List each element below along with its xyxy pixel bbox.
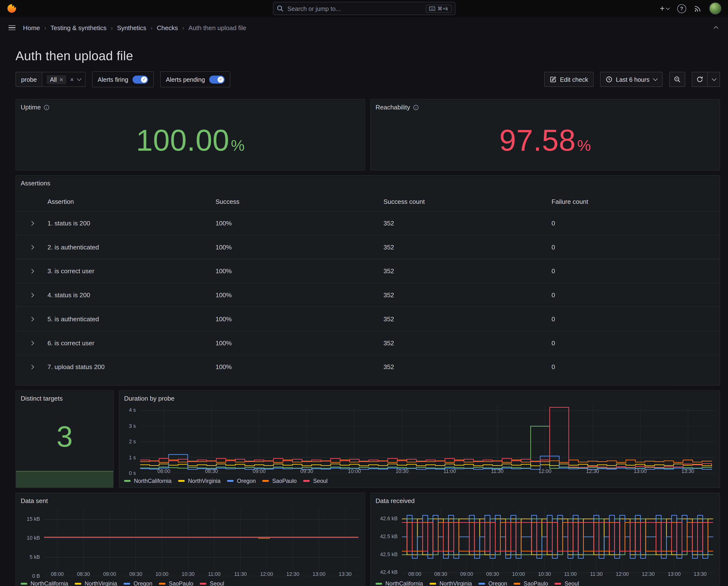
expand-row-icon[interactable]: [29, 341, 34, 345]
zoom-out-button[interactable]: [669, 72, 685, 87]
legend-item-Seoul[interactable]: Seoul: [200, 580, 224, 586]
breadcrumb-synthetics[interactable]: Synthetics: [117, 24, 146, 31]
panel-title-label: Distinct targets: [21, 395, 62, 402]
plot-area[interactable]: [44, 508, 360, 570]
plot-area[interactable]: [402, 508, 715, 570]
col-failure-count: Failure count: [551, 198, 720, 205]
probe-filter-chip: All ×: [47, 75, 66, 84]
legend-item-Oregon[interactable]: Oregon: [124, 580, 152, 586]
panel-title-duration[interactable]: Duration by probe: [120, 391, 720, 402]
grafana-logo[interactable]: [6, 3, 17, 14]
expand-row-icon[interactable]: [29, 317, 34, 321]
refresh-interval-dropdown[interactable]: [708, 72, 720, 87]
chart-area: 0 B5 kB10 kB15 kB: [21, 508, 360, 570]
new-menu-button[interactable]: +: [660, 4, 669, 12]
table-row[interactable]: 1. status is 200 100% 352 0: [16, 211, 720, 235]
legend-item-Seoul[interactable]: Seoul: [303, 478, 328, 484]
chart-area: 0 s1 s2 s3 s4 s: [124, 406, 715, 467]
refresh-button[interactable]: [692, 72, 708, 87]
legend-item-Seoul[interactable]: Seoul: [555, 580, 579, 586]
collapse-header-button[interactable]: [714, 25, 721, 30]
legend-item-NorthVirginia[interactable]: NorthVirginia: [178, 478, 221, 484]
panel-title-data-received[interactable]: Data received: [371, 493, 720, 504]
info-icon[interactable]: [413, 105, 419, 110]
breadcrumb-testing-synthetics[interactable]: Testing & synthetics: [51, 24, 107, 31]
legend-item-Oregon[interactable]: Oregon: [479, 580, 507, 586]
plot-area[interactable]: [140, 406, 715, 467]
panel-title-assertions[interactable]: Assertions: [16, 176, 720, 187]
breadcrumb-checks[interactable]: Checks: [157, 24, 178, 31]
x-tick-label: 10:00: [155, 571, 168, 577]
data-sent-chart[interactable]: 0 B5 kB10 kB15 kB 08:0008:3009:0009:3010…: [16, 504, 365, 586]
x-tick-label: 09:30: [486, 571, 499, 577]
assertions-table-header: Assertion Success Success count Failure …: [16, 187, 720, 211]
time-range-picker[interactable]: Last 6 hours: [600, 72, 663, 87]
legend-label: NorthCalifornia: [31, 580, 68, 586]
help-button[interactable]: ?: [677, 4, 686, 13]
x-tick-label: 13:30: [681, 468, 694, 474]
expand-row-icon[interactable]: [29, 245, 34, 249]
user-avatar[interactable]: [709, 2, 722, 15]
table-row[interactable]: 5. is authenticated 100% 352 0: [16, 307, 720, 331]
x-tick-label: 11:00: [208, 571, 221, 577]
duration-by-probe-chart[interactable]: 0 s1 s2 s3 s4 s 08:0008:3009:0009:3010:0…: [120, 402, 720, 486]
data-received-chart[interactable]: 42.4 kB42.5 kB42.5 kB42.6 kB 08:0008:300…: [371, 504, 720, 586]
data_received-svg: [402, 508, 715, 576]
panel-title-data-sent[interactable]: Data sent: [16, 493, 365, 504]
search-input[interactable]: [286, 4, 422, 12]
alerts-pending-toggle[interactable]: Alerts pending ✓: [160, 71, 230, 87]
zoom-out-icon: [674, 76, 680, 83]
legend-item-SaoPaulo[interactable]: SaoPaulo: [514, 580, 548, 586]
menu-toggle-button[interactable]: [7, 23, 17, 32]
alerts-pending-switch[interactable]: ✓: [209, 76, 225, 83]
y-tick-label: 10 kB: [27, 535, 40, 541]
table-row[interactable]: 7. upload status 200 100% 352 0: [16, 354, 720, 378]
table-row[interactable]: 2. is authenticated 100% 352 0: [16, 235, 720, 259]
y-tick-label: 42.5 kB: [380, 552, 398, 557]
panel-title-label: Assertions: [21, 180, 50, 187]
table-row[interactable]: 6. is correct user 100% 352 0: [16, 331, 720, 355]
edit-icon: [550, 76, 557, 83]
assertion-success-count: 352: [383, 315, 551, 322]
refresh-button-group: [692, 72, 720, 87]
breadcrumb-home[interactable]: Home: [23, 24, 40, 31]
expand-row-icon[interactable]: [29, 269, 34, 273]
legend-swatch: [555, 583, 561, 585]
legend-item-NorthVirginia[interactable]: NorthVirginia: [75, 580, 117, 586]
news-feed-button[interactable]: [694, 5, 701, 12]
legend-item-Oregon[interactable]: Oregon: [227, 478, 256, 484]
legend-item-SaoPaulo[interactable]: SaoPaulo: [262, 478, 297, 484]
probe-filter-value[interactable]: All × ×: [43, 72, 85, 87]
assertion-success-count: 352: [383, 363, 551, 370]
table-row[interactable]: 3. is correct user 100% 352 0: [16, 259, 720, 283]
distinct-targets-gauge-bar: [16, 471, 114, 487]
expand-row-icon[interactable]: [29, 293, 34, 297]
legend-item-NorthCalifornia[interactable]: NorthCalifornia: [21, 580, 68, 586]
legend-item-NorthCalifornia[interactable]: NorthCalifornia: [375, 580, 423, 586]
data-sent-panel: Data sent 0 B5 kB10 kB15 kB 08:0008:3009…: [16, 492, 365, 586]
probe-filter[interactable]: probe All × ×: [16, 72, 85, 87]
panel-title-distinct-targets[interactable]: Distinct targets: [16, 391, 114, 402]
y-tick-label: 2 s: [129, 439, 136, 444]
legend-item-NorthCalifornia[interactable]: NorthCalifornia: [124, 478, 172, 484]
x-tick-label: 09:00: [253, 468, 266, 474]
edit-check-button[interactable]: Edit check: [545, 72, 594, 87]
expand-row-icon[interactable]: [29, 221, 34, 225]
assertion-success: 100%: [216, 363, 383, 370]
chart-legend: NorthCaliforniaNorthVirginiaOregonSaoPau…: [21, 578, 360, 586]
panel-title-reachability[interactable]: Reachability: [371, 100, 720, 111]
alerts-firing-switch[interactable]: ✓: [132, 76, 148, 83]
remove-value-icon[interactable]: ×: [59, 76, 63, 82]
legend-item-SaoPaulo[interactable]: SaoPaulo: [159, 580, 193, 586]
assertion-success-count: 352: [383, 220, 551, 227]
panel-title-label: Data sent: [21, 498, 48, 504]
panel-title-uptime[interactable]: Uptime: [16, 100, 365, 111]
info-icon[interactable]: [44, 105, 49, 110]
search-bar[interactable]: ⌘+k: [273, 2, 455, 15]
legend-item-NorthVirginia[interactable]: NorthVirginia: [430, 580, 472, 586]
alerts-firing-toggle[interactable]: Alerts firing ✓: [92, 71, 154, 87]
keyboard-icon: [429, 6, 435, 10]
clear-filter-icon[interactable]: ×: [70, 76, 74, 82]
table-row[interactable]: 4. status is 200 100% 352 0: [16, 283, 720, 307]
expand-row-icon[interactable]: [29, 365, 34, 369]
